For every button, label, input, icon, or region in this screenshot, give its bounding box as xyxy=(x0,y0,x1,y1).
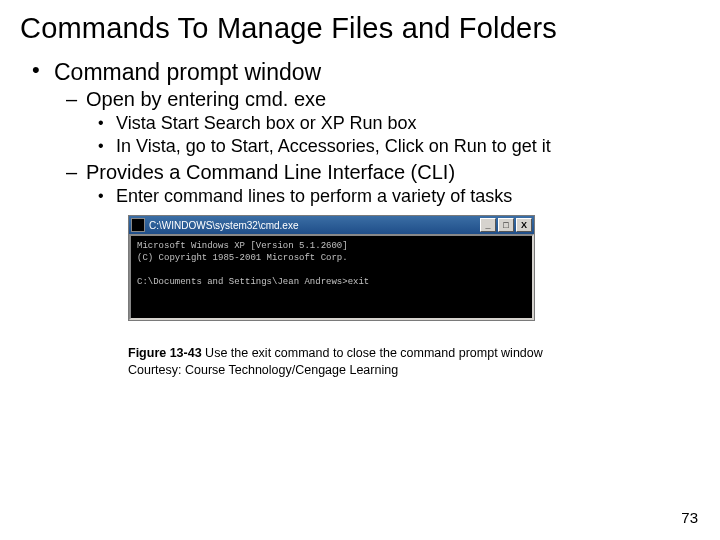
figure-text: Use the exit command to close the comman… xyxy=(202,346,543,360)
page-number: 73 xyxy=(681,509,698,526)
bullet-l3-list-a: Vista Start Search box or XP Run box In … xyxy=(86,113,700,157)
bullet-l2b: Provides a Command Line Interface (CLI) … xyxy=(86,161,700,207)
cmd-window: C:\WINDOWS\system32\cmd.exe _ □ X Micros… xyxy=(128,215,535,321)
cmd-title-text: C:\WINDOWS\system32\cmd.exe xyxy=(149,220,478,231)
bullet-l1: Command prompt window Open by entering c… xyxy=(54,59,700,207)
cmd-line-3: C:\Documents and Settings\Jean Andrews>e… xyxy=(137,277,369,287)
bullet-list: Command prompt window Open by entering c… xyxy=(20,59,700,207)
cmd-line-2: (C) Copyright 1985-2001 Microsoft Corp. xyxy=(137,253,348,263)
cmd-line-1: Microsoft Windows XP [Version 5.1.2600] xyxy=(137,241,348,251)
maximize-button[interactable]: □ xyxy=(498,218,514,232)
bullet-l2-list-a: Open by entering cmd. exe Vista Start Se… xyxy=(54,88,700,207)
figure-label: Figure 13-43 xyxy=(128,346,202,360)
bullet-l3c: Enter command lines to perform a variety… xyxy=(116,186,700,207)
slide: Commands To Manage Files and Folders Com… xyxy=(0,0,720,540)
minimize-button[interactable]: _ xyxy=(480,218,496,232)
slide-title: Commands To Manage Files and Folders xyxy=(20,12,700,45)
bullet-l3a: Vista Start Search box or XP Run box xyxy=(116,113,700,134)
close-button[interactable]: X xyxy=(516,218,532,232)
bullet-l3-list-b: Enter command lines to perform a variety… xyxy=(86,186,700,207)
cmd-titlebar: C:\WINDOWS\system32\cmd.exe _ □ X xyxy=(129,216,534,234)
cmd-body: Microsoft Windows XP [Version 5.1.2600] … xyxy=(129,234,534,320)
figure-caption: Figure 13-43 Use the exit command to clo… xyxy=(128,345,568,379)
bullet-l2b-text: Provides a Command Line Interface (CLI) xyxy=(86,161,455,183)
bullet-l2a: Open by entering cmd. exe Vista Start Se… xyxy=(86,88,700,157)
bullet-l1-text: Command prompt window xyxy=(54,59,321,85)
bullet-l3b: In Vista, go to Start, Accessories, Clic… xyxy=(116,136,700,157)
figure-courtesy: Courtesy: Course Technology/Cengage Lear… xyxy=(128,363,398,377)
bullet-l2a-text: Open by entering cmd. exe xyxy=(86,88,326,110)
cmd-app-icon xyxy=(131,218,145,232)
